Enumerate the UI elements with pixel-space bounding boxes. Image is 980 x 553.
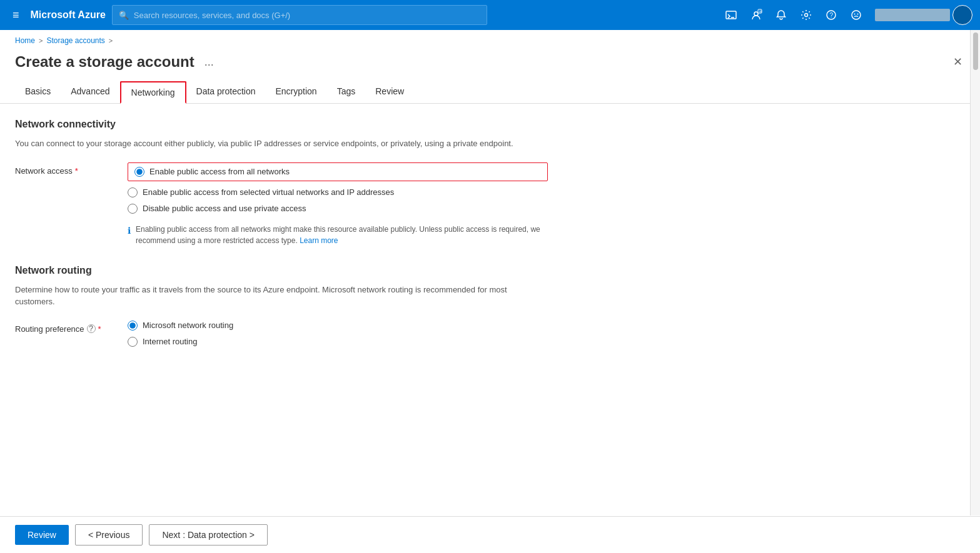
- breadcrumb-sep-2: >: [109, 37, 113, 44]
- page-title-area: Create a storage account ...: [15, 53, 218, 71]
- network-connectivity-section: Network connectivity You can connect to …: [15, 119, 548, 246]
- svg-point-8: [852, 11, 861, 19]
- routing-option-2[interactable]: Internet routing: [128, 337, 233, 347]
- tab-tags[interactable]: Tags: [327, 81, 366, 104]
- page-header: Create a storage account ... ✕: [0, 49, 980, 81]
- routing-required-indicator: *: [98, 324, 101, 334]
- help-button[interactable]: ?: [820, 4, 842, 26]
- tab-review[interactable]: Review: [365, 81, 414, 104]
- network-info-box: ℹ Enabling public access from all networ…: [128, 224, 548, 246]
- avatar[interactable]: [952, 5, 972, 25]
- routing-option-1[interactable]: Microsoft network routing: [128, 321, 233, 331]
- network-option-3-radio[interactable]: [128, 204, 138, 214]
- info-icon: ℹ: [128, 224, 131, 237]
- routing-preference-row: Routing preference ? * Microsoft network…: [15, 321, 548, 347]
- routing-options: Microsoft network routing Internet routi…: [128, 321, 233, 347]
- network-option-3[interactable]: Disable public access and use private ac…: [128, 204, 548, 214]
- review-button[interactable]: Review: [15, 525, 69, 545]
- svg-point-2: [754, 12, 758, 16]
- routing-option-1-label: Microsoft network routing: [143, 321, 233, 330]
- more-options-button[interactable]: ...: [201, 54, 218, 70]
- notifications-button[interactable]: [770, 4, 792, 26]
- page-title: Create a storage account: [15, 53, 194, 71]
- breadcrumb: Home > Storage accounts >: [0, 30, 980, 49]
- tab-networking[interactable]: Networking: [120, 81, 186, 104]
- network-connectivity-title: Network connectivity: [15, 119, 548, 130]
- search-input[interactable]: [134, 11, 480, 20]
- search-icon: 🔍: [119, 11, 129, 20]
- routing-option-1-radio[interactable]: [128, 321, 138, 331]
- main-container: Home > Storage accounts > Create a stora…: [0, 30, 980, 553]
- network-option-2[interactable]: Enable public access from selected virtu…: [128, 187, 548, 197]
- network-access-label: Network access *: [15, 162, 115, 176]
- scroll-thumb[interactable]: [973, 32, 978, 70]
- tab-data-protection[interactable]: Data protection: [186, 81, 266, 104]
- svg-point-9: [854, 14, 856, 15]
- scrollbar[interactable]: [970, 30, 980, 516]
- tab-encryption[interactable]: Encryption: [266, 81, 327, 104]
- network-option-2-radio[interactable]: [128, 187, 138, 197]
- bottom-action-bar: Review < Previous Next : Data protection…: [0, 516, 980, 553]
- info-text: Enabling public access from all networks…: [136, 224, 548, 246]
- cloud-shell-button[interactable]: [720, 4, 742, 26]
- network-option-1-box: Enable public access from all networks: [128, 162, 548, 181]
- network-connectivity-description: You can connect to your storage account …: [15, 137, 548, 150]
- feedback-button[interactable]: [845, 4, 867, 26]
- topbar-icons: ⊞ ?: [720, 4, 972, 26]
- required-indicator: *: [75, 166, 78, 176]
- network-option-2-label: Enable public access from selected virtu…: [143, 187, 394, 197]
- breadcrumb-home[interactable]: Home: [15, 36, 35, 45]
- close-button[interactable]: ✕: [951, 52, 965, 71]
- previous-button[interactable]: < Previous: [75, 524, 143, 546]
- network-access-options: Enable public access from all networks E…: [128, 162, 548, 246]
- azure-logo: Microsoft Azure: [31, 9, 106, 21]
- tabs-container: Basics Advanced Networking Data protecti…: [0, 81, 980, 104]
- hamburger-menu[interactable]: ≡: [8, 6, 24, 24]
- routing-option-2-radio[interactable]: [128, 337, 138, 347]
- topbar: ≡ Microsoft Azure 🔍 ⊞ ?: [0, 0, 980, 30]
- svg-text:⊞: ⊞: [759, 9, 762, 13]
- directory-button[interactable]: ⊞: [745, 4, 767, 26]
- svg-text:?: ?: [830, 12, 834, 19]
- network-access-row: Network access * Enable public access fr…: [15, 162, 548, 246]
- network-routing-title: Network routing: [15, 265, 548, 276]
- search-bar[interactable]: 🔍: [112, 5, 487, 25]
- next-button[interactable]: Next : Data protection >: [149, 524, 267, 546]
- settings-button[interactable]: [795, 4, 817, 26]
- svg-point-5: [805, 14, 808, 17]
- routing-option-2-label: Internet routing: [143, 337, 197, 346]
- network-routing-section: Network routing Determine how to route y…: [15, 265, 548, 347]
- network-option-1-label[interactable]: Enable public access from all networks: [149, 167, 290, 176]
- network-option-3-label: Disable public access and use private ac…: [143, 204, 306, 213]
- form-content: Network connectivity You can connect to …: [0, 104, 563, 409]
- network-option-1-radio[interactable]: [134, 167, 144, 177]
- routing-preference-label: Routing preference ? *: [15, 321, 115, 334]
- tab-basics[interactable]: Basics: [15, 81, 61, 104]
- learn-more-link[interactable]: Learn more: [300, 236, 338, 245]
- tab-advanced[interactable]: Advanced: [61, 81, 119, 104]
- network-routing-description: Determine how to route your traffic as i…: [15, 284, 548, 308]
- routing-help-icon[interactable]: ?: [87, 324, 96, 333]
- svg-point-10: [857, 14, 859, 15]
- breadcrumb-sep-1: >: [39, 37, 43, 44]
- breadcrumb-storage-accounts[interactable]: Storage accounts: [46, 36, 104, 45]
- user-profile[interactable]: [875, 5, 972, 25]
